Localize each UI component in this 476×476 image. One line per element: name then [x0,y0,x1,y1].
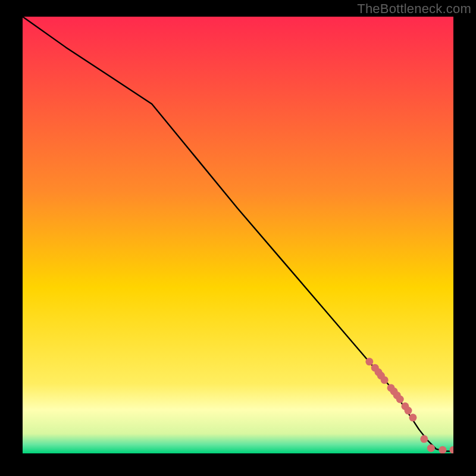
data-point [396,395,404,403]
watermark-text: TheBottleneck.com [357,1,471,17]
data-point [381,376,389,384]
data-point [409,414,416,421]
data-point [420,435,428,443]
chart-frame: TheBottleneck.com [0,0,476,476]
data-point [365,358,373,365]
data-point [404,407,412,415]
chart-svg [23,17,453,453]
data-point [427,444,435,452]
plot-area [23,17,453,453]
